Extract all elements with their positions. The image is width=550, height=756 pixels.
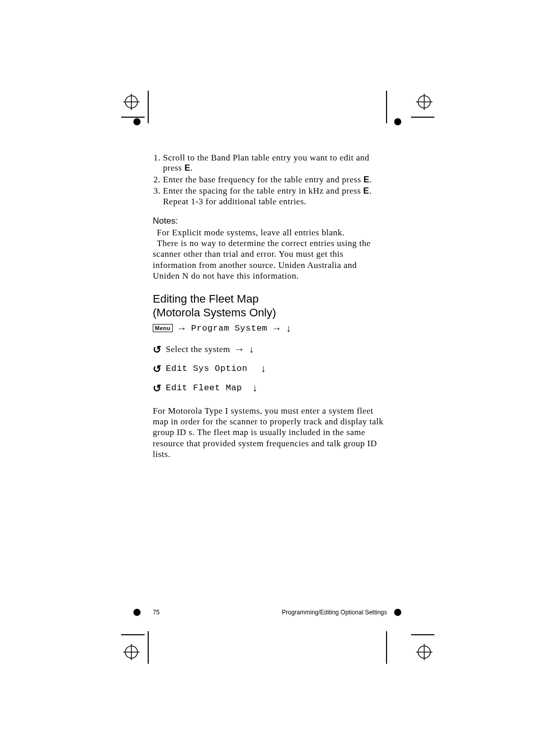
arrow-right-icon: →: [234, 343, 245, 355]
scroll-rotate-icon: ↺: [153, 363, 162, 375]
nav-label: Edit Sys Option: [166, 364, 248, 373]
step-text: .: [370, 175, 372, 184]
page-number: 75: [153, 609, 159, 616]
trim-bar: [386, 631, 387, 664]
arrow-down-icon: ↓: [286, 322, 292, 334]
notes-body: For Explicit mode systems, leave all ent…: [153, 227, 386, 281]
crop-mark-top-left: [121, 92, 150, 120]
note-line: For Explicit mode systems, leave all ent…: [153, 227, 386, 238]
registration-dot: [394, 609, 401, 616]
key-label: E: [364, 175, 370, 184]
step-item: Enter the spacing for the table entry in…: [163, 186, 386, 207]
step-item: Scroll to the Band Plan table entry you …: [163, 153, 386, 174]
registration-dot: [133, 118, 141, 125]
footer-section: Programming/Editing Optional Settings: [282, 609, 387, 616]
document-page: Scroll to the Band Plan table entry you …: [0, 0, 550, 756]
notes-heading: Notes:: [153, 216, 386, 226]
registration-dot: [394, 118, 401, 125]
svg-point-13: [418, 646, 430, 658]
arrow-down-icon: ↓: [249, 343, 255, 355]
key-label: E: [184, 163, 190, 173]
step-text: Enter the spacing for the table entry in…: [163, 186, 363, 196]
arrow-down-icon: ↓: [252, 382, 258, 394]
step-item: Enter the base frequency for the table e…: [163, 175, 386, 185]
heading-line1: Editing the Fleet Map: [153, 292, 259, 305]
steps-list: Scroll to the Band Plan table entry you …: [163, 153, 386, 207]
scroll-rotate-icon: ↺: [153, 382, 162, 394]
nav-label: Edit Fleet Map: [166, 383, 242, 393]
nav-step-sys-option: ↺ Edit Sys Option ↓: [153, 363, 386, 375]
svg-point-4: [418, 96, 430, 108]
trim-bar: [148, 631, 149, 664]
body-paragraph: For Motorola Type I systems, you must en…: [153, 406, 386, 460]
trim-bar: [386, 91, 387, 123]
crop-mark-bottom-left: [121, 632, 150, 660]
scroll-rotate-icon: ↺: [153, 343, 162, 356]
page-footer: 75 Programming/Editing Optional Settings: [153, 609, 387, 616]
menu-key-icon: Menu: [153, 324, 173, 332]
step-text: .: [190, 163, 193, 173]
heading-line2: (Motorola Systems Only): [153, 306, 276, 319]
note-line: There is no way to determine the correct…: [153, 238, 386, 281]
registration-dot: [133, 609, 141, 616]
step-text: Scroll to the Band Plan table entry you …: [163, 153, 369, 173]
svg-point-0: [125, 96, 138, 108]
crop-mark-bottom-right: [406, 632, 434, 660]
svg-point-9: [125, 646, 138, 658]
page-content: Scroll to the Band Plan table entry you …: [153, 153, 386, 460]
arrow-right-icon: →: [271, 322, 282, 334]
section-heading: Editing the Fleet Map (Motorola Systems …: [153, 292, 386, 319]
nav-step-select: ↺ Select the system → ↓: [153, 343, 386, 356]
nav-label: Program System: [191, 323, 267, 333]
arrow-down-icon: ↓: [261, 363, 266, 374]
trim-bar: [148, 91, 149, 123]
key-label: E: [363, 186, 369, 196]
nav-step-menu: Menu → Program System → ↓: [153, 322, 386, 334]
nav-step-fleet-map: ↺ Edit Fleet Map ↓: [153, 382, 386, 394]
step-extra: Repeat 1-3 for additional table entries.: [163, 197, 307, 206]
step-text: .: [369, 186, 372, 196]
nav-label: Select the system: [166, 344, 231, 355]
step-text: Enter the base frequency for the table e…: [163, 175, 364, 184]
crop-mark-top-right: [406, 92, 434, 120]
arrow-right-icon: →: [177, 322, 187, 334]
